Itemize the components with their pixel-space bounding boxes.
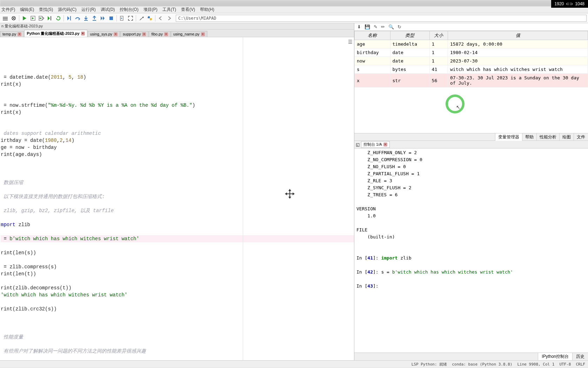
editor-line xyxy=(1,95,354,102)
move-cursor-icon xyxy=(284,174,331,213)
svg-rect-2 xyxy=(3,20,8,20)
import-data-icon[interactable]: ⬇ xyxy=(357,24,361,29)
rerun-button[interactable] xyxy=(54,14,62,22)
variable-cell-size: 1 xyxy=(429,48,448,57)
editor-line: rint(x) xyxy=(1,81,354,88)
editor-line: 有些用户对了解解决同一问题的不同方法之间的性能差异很感兴趣 xyxy=(1,348,354,355)
file-tab[interactable]: using_sys.py× xyxy=(88,31,120,37)
menu-item[interactable]: 控制台(O) xyxy=(120,7,138,13)
editor-line: dates support calendar arithmetic xyxy=(1,130,354,137)
editor-line xyxy=(1,158,354,165)
search-icon[interactable]: 🔍 xyxy=(388,24,394,29)
save-as-icon[interactable]: ✎ xyxy=(374,24,377,29)
menu-item[interactable]: 编辑(E) xyxy=(20,7,34,13)
menu-item[interactable]: 查看(V) xyxy=(181,7,195,13)
run-selection-button[interactable] xyxy=(46,14,54,22)
menu-item[interactable]: 调试(D) xyxy=(101,7,115,13)
menu-item[interactable]: 帮助(H) xyxy=(200,7,214,13)
variable-cell-value: 07-30-23. 30 Jul 2023 is a Sunday on the… xyxy=(448,74,588,87)
editor-path-bar: n 量化编程基础-2023.py xyxy=(0,23,354,29)
pane-tab[interactable]: 历史 xyxy=(572,353,588,360)
console-tab[interactable]: 控制台 1/A × xyxy=(361,141,390,148)
menu-item[interactable]: 项目(P) xyxy=(143,7,158,13)
debug-button[interactable] xyxy=(65,14,73,22)
toolbar-btn[interactable] xyxy=(10,14,18,22)
col-value[interactable]: 值 xyxy=(448,31,588,40)
variable-row[interactable]: xstr5607-30-23. 30 Jul 2023 is a Sunday … xyxy=(355,74,588,87)
variable-cell-value: 2023-07-30 xyxy=(448,57,588,65)
menu-item[interactable]: 运行(R) xyxy=(81,7,96,13)
variable-cell-type: bytes xyxy=(390,65,429,74)
variable-row[interactable]: birthdaydate11980-02-14 xyxy=(355,48,588,57)
file-tab[interactable]: fibo.py× xyxy=(149,31,170,37)
toolbar-btn[interactable] xyxy=(1,14,9,22)
col-size[interactable]: 大小 xyxy=(429,31,448,40)
editor-line: rint(age.days) xyxy=(1,151,354,158)
main-toolbar: C:\Users\MIAPAD xyxy=(0,13,588,23)
maximize-button[interactable] xyxy=(127,14,134,22)
code-editor[interactable]: ☰ = datetime.date(2011, 5, 18)rint(x) = … xyxy=(0,37,354,360)
step-in-button[interactable] xyxy=(82,14,90,22)
file-tab[interactable]: temp.py× xyxy=(0,31,24,37)
close-icon[interactable]: × xyxy=(114,32,118,36)
file-tab[interactable]: Python 量化编程基础-2023.py× xyxy=(24,30,87,37)
editor-line: = now.strftime("%m-%d-%y. %d %b %Y is a … xyxy=(1,102,354,109)
console-input-line: In [43]: xyxy=(356,283,586,290)
editor-line xyxy=(1,313,354,320)
console-popout-icon[interactable]: ◱ xyxy=(356,142,360,147)
close-icon[interactable]: × xyxy=(81,32,85,35)
editor-line xyxy=(1,355,354,360)
stop-button[interactable] xyxy=(107,14,115,22)
working-dir-input[interactable]: C:\Users\MIAPAD xyxy=(176,15,587,22)
editor-options-icon[interactable]: ☰ xyxy=(348,39,353,46)
run-button[interactable] xyxy=(21,14,28,22)
editor-line: rint(zlib.crc32(s)) xyxy=(1,305,354,313)
forward-button[interactable] xyxy=(165,14,173,22)
back-button[interactable] xyxy=(157,14,165,22)
python-path-button[interactable] xyxy=(146,14,154,22)
menu-item[interactable]: 源代码(C) xyxy=(58,7,76,13)
col-name[interactable]: 名称 xyxy=(355,31,390,40)
menu-item[interactable]: 工具(T) xyxy=(162,7,176,13)
pane-tab[interactable]: 文件 xyxy=(574,133,588,141)
debug-file-button[interactable] xyxy=(118,14,126,22)
ipython-console[interactable]: Z_HUFFMAN_ONLY = 2 Z_NO_COMPRESSION = 0 … xyxy=(354,149,588,353)
editor-line: = zlib.compress(s) xyxy=(1,263,354,270)
variable-toolbar: ⬇ 💾 ✎ ✏ 🔍 ↻ xyxy=(354,23,588,31)
col-type[interactable]: 类型 xyxy=(390,31,429,40)
file-tab[interactable]: support.py× xyxy=(120,31,148,37)
continue-button[interactable] xyxy=(99,14,107,22)
run-cell-button[interactable] xyxy=(29,14,37,22)
close-icon[interactable]: × xyxy=(18,32,21,36)
pane-tab[interactable]: 性能分析 xyxy=(536,133,559,141)
run-cell-advance-button[interactable] xyxy=(38,14,45,22)
variable-row[interactable]: sbytes41witch which has which witches wr… xyxy=(355,65,588,74)
preferences-button[interactable] xyxy=(138,14,145,22)
close-icon[interactable]: × xyxy=(164,32,168,36)
menu-item[interactable]: 查找(S) xyxy=(39,7,53,13)
console-tab-label: 控制台 1/A xyxy=(363,142,382,147)
pane-tab[interactable]: 变量管理器 xyxy=(495,133,522,141)
variable-cell-value: 1980-02-14 xyxy=(448,48,588,57)
variable-cell-value: 15872 days, 0:00:00 xyxy=(448,40,588,48)
save-data-icon[interactable]: 💾 xyxy=(365,24,370,29)
step-out-button[interactable] xyxy=(91,14,98,22)
file-tab-label: support.py xyxy=(123,32,141,36)
menu-item[interactable]: 文件(F) xyxy=(1,7,15,13)
refresh-icon[interactable]: ↻ xyxy=(397,24,401,29)
pane-tab[interactable]: IPython控制台 xyxy=(538,353,572,360)
pane-tab[interactable]: 绘图 xyxy=(559,133,574,141)
svg-rect-6 xyxy=(51,16,51,20)
close-icon[interactable]: × xyxy=(201,32,205,36)
pane-tab[interactable]: 帮助 xyxy=(522,133,536,141)
variable-empty-area: ↖ xyxy=(354,87,588,133)
variable-row[interactable]: agetimedelta115872 days, 0:00:00 xyxy=(355,40,588,48)
variable-row[interactable]: nowdate12023-07-30 xyxy=(355,57,588,65)
close-icon[interactable]: × xyxy=(383,143,387,146)
close-icon[interactable]: × xyxy=(142,32,146,36)
console-input-line: In [42]: s = b'witch which has which wit… xyxy=(356,269,586,276)
file-tab[interactable]: using_name.py× xyxy=(171,31,207,37)
step-over-button[interactable] xyxy=(74,14,81,22)
svg-rect-7 xyxy=(70,16,71,20)
edit-icon[interactable]: ✏ xyxy=(381,24,385,29)
